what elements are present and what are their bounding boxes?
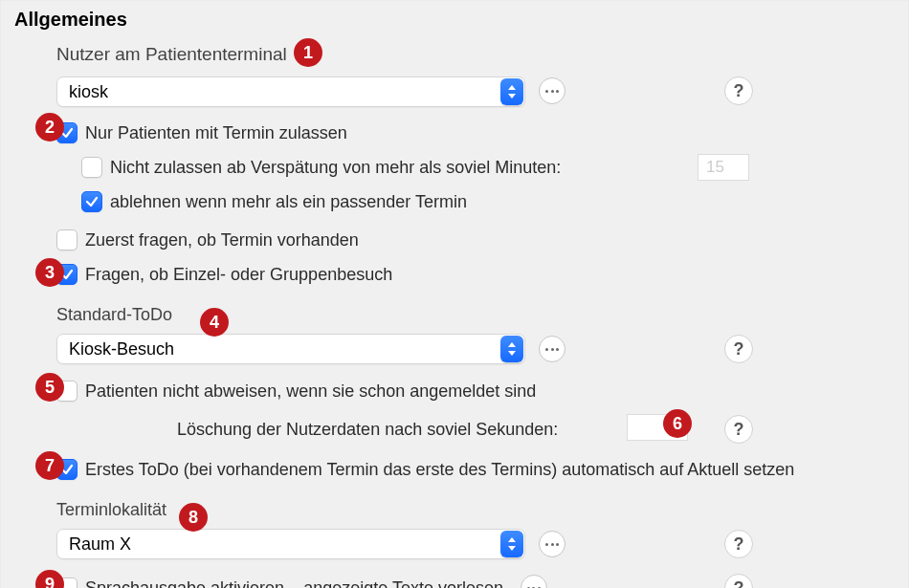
locality-help-button[interactable]: ? bbox=[724, 530, 753, 558]
first-todo-auto-checkbox[interactable] bbox=[56, 459, 78, 480]
locality-value: Raum X bbox=[56, 529, 525, 559]
ask-first-checkbox[interactable] bbox=[56, 229, 78, 250]
speech-output-more-button[interactable] bbox=[521, 575, 547, 588]
annotation-marker-1: 1 bbox=[294, 38, 322, 67]
deny-late-minutes-input[interactable]: 15 bbox=[698, 154, 749, 181]
dropdown-arrows-icon bbox=[500, 336, 523, 362]
speech-output-label: Sprachausgabe aktivieren – angezeigte Te… bbox=[85, 578, 503, 589]
delete-userdata-help-button[interactable]: ? bbox=[724, 415, 753, 444]
user-terminal-help-button[interactable]: ? bbox=[724, 76, 753, 105]
no-reject-registered-label: Patienten nicht abweisen, wenn sie schon… bbox=[85, 381, 536, 402]
locality-select[interactable]: Raum X bbox=[56, 529, 525, 559]
only-with-appointment-checkbox[interactable] bbox=[56, 122, 78, 143]
user-terminal-more-button[interactable] bbox=[539, 77, 565, 104]
delete-userdata-label: Löschung der Nutzerdaten nach soviel Sek… bbox=[177, 420, 558, 440]
user-terminal-label: Nutzer am Patiententerminal bbox=[56, 44, 287, 65]
reject-multi-label: ablehnen wenn mehr als ein passender Ter… bbox=[110, 192, 467, 212]
deny-late-label: Nicht zulassen ab Verspätung von mehr al… bbox=[110, 158, 561, 178]
reject-multi-checkbox[interactable] bbox=[81, 191, 102, 212]
no-reject-registered-checkbox[interactable] bbox=[56, 381, 78, 402]
delete-userdata-seconds-input[interactable] bbox=[627, 414, 688, 441]
dropdown-arrows-icon bbox=[500, 531, 523, 557]
ask-group-checkbox[interactable] bbox=[56, 264, 78, 285]
deny-late-checkbox[interactable] bbox=[81, 157, 102, 178]
speech-output-checkbox[interactable] bbox=[56, 577, 78, 588]
user-terminal-select[interactable]: kiosk bbox=[56, 76, 525, 107]
ask-first-label: Zuerst fragen, ob Termin vorhanden bbox=[85, 230, 359, 250]
section-title: Allgemeines bbox=[14, 9, 895, 31]
first-todo-auto-label: Erstes ToDo (bei vorhandenem Termin das … bbox=[85, 460, 794, 480]
dropdown-arrows-icon bbox=[500, 78, 523, 105]
speech-output-help-button[interactable]: ? bbox=[724, 574, 753, 588]
standard-todo-label: Standard-ToDo bbox=[56, 305, 172, 325]
user-terminal-value: kiosk bbox=[56, 76, 525, 107]
standard-todo-help-button[interactable]: ? bbox=[724, 335, 753, 363]
standard-todo-more-button[interactable] bbox=[539, 336, 565, 362]
only-with-appointment-label: Nur Patienten mit Termin zulassen bbox=[85, 123, 347, 143]
standard-todo-select[interactable]: Kiosk-Besuch bbox=[56, 334, 525, 364]
locality-label: Terminlokalität bbox=[56, 500, 166, 520]
locality-more-button[interactable] bbox=[539, 531, 565, 557]
ask-group-label: Fragen, ob Einzel- oder Gruppenbesuch bbox=[85, 265, 392, 285]
standard-todo-value: Kiosk-Besuch bbox=[56, 334, 525, 364]
